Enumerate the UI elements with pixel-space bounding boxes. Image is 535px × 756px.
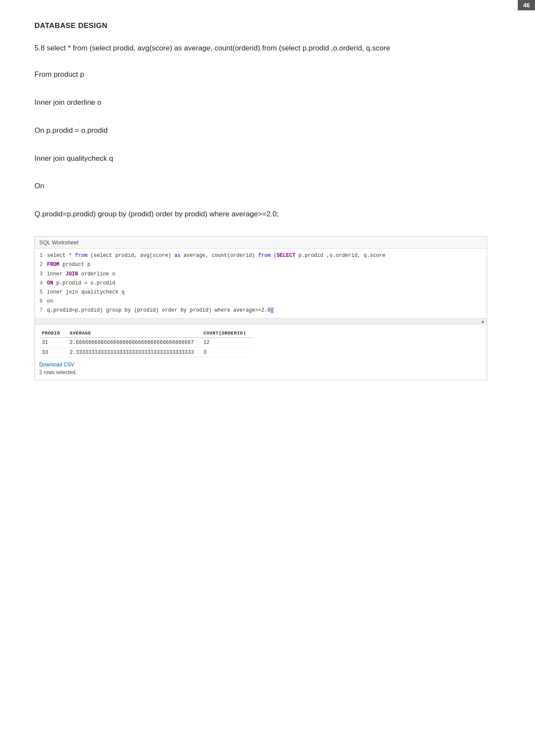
clause-group-by: Q.prodid=p.prodid) group by (prodid) ord… xyxy=(34,208,501,221)
line-number: 6 xyxy=(35,297,47,306)
code-line-3: 3 inner JOIN orderline o xyxy=(35,270,487,279)
line-text: FROM product p xyxy=(47,261,91,269)
col-header-count: COUNT(ORDERID) xyxy=(201,329,253,338)
code-line-5: 5 inner join qualitycheck q xyxy=(35,288,487,297)
code-line-7: 7 q.prodid=p.prodid) group by (prodid) o… xyxy=(35,306,487,315)
sql-code-area[interactable]: 1 select * from (select prodid, avg(scor… xyxy=(35,249,487,318)
code-scrollbar[interactable]: ▲ xyxy=(35,319,487,325)
line-text: on xyxy=(47,297,53,306)
code-line-6: 6 on xyxy=(35,297,487,306)
col-header-prodid: PRODID xyxy=(39,329,67,338)
col-header-average: AVERAGE xyxy=(67,329,201,338)
table-row: 33 2.33333333333333333333333333333333333… xyxy=(39,347,253,357)
cell-average: 2.33333333333333333333333333333333333333 xyxy=(67,347,201,357)
cell-average: 2.66666666666666666666666666666666666667 xyxy=(67,337,201,347)
clause-from-product: From product p xyxy=(34,69,501,81)
line-number: 3 xyxy=(35,270,47,278)
line-number: 1 xyxy=(35,252,47,260)
clause-on-prodid: On p.prodid = o.prodid xyxy=(34,125,501,137)
clause-on: On xyxy=(34,180,501,193)
line-text: q.prodid=p.prodid) group by (prodid) ord… xyxy=(47,306,274,315)
cell-prodid: 31 xyxy=(39,337,67,347)
clause-inner-join-orderline: Inner join orderline o xyxy=(34,97,501,109)
table-header-row: PRODID AVERAGE COUNT(ORDERID) xyxy=(39,329,253,338)
code-line-1: 1 select * from (select prodid, avg(scor… xyxy=(35,251,487,260)
code-line-2: 2 FROM product p xyxy=(35,260,487,269)
clause-inner-join-qualitycheck: Inner join qualitycheck q xyxy=(34,153,501,165)
line-number: 4 xyxy=(35,279,47,287)
line-text: inner JOIN orderline o xyxy=(47,270,115,278)
download-csv-link[interactable]: Download CSV xyxy=(39,362,74,368)
page-number: 46 xyxy=(518,0,535,10)
line-text: ON p.prodid = o.prodid xyxy=(47,279,115,287)
scroll-up-icon: ▲ xyxy=(481,319,485,324)
sql-worksheet-title: SQL Worksheet xyxy=(35,237,487,249)
line-number: 2 xyxy=(35,261,47,269)
results-area: PRODID AVERAGE COUNT(ORDERID) 31 2.66666… xyxy=(35,325,487,375)
section-title: DATABASE DESIGN xyxy=(34,22,501,30)
sql-worksheet: SQL Worksheet 1 select * from (select pr… xyxy=(34,236,487,380)
intro-text: 5.8 select * from (select prodid, avg(sc… xyxy=(34,42,501,55)
cell-count: 12 xyxy=(201,337,253,347)
code-line-4: 4 ON p.prodid = o.prodid xyxy=(35,279,487,288)
line-text: select * from (select prodid, avg(score)… xyxy=(47,252,385,260)
line-number: 5 xyxy=(35,288,47,297)
results-table: PRODID AVERAGE COUNT(ORDERID) 31 2.66666… xyxy=(39,329,253,358)
table-row: 31 2.66666666666666666666666666666666666… xyxy=(39,337,253,347)
rows-selected-label: 2 rows selected. xyxy=(39,369,482,375)
cell-prodid: 33 xyxy=(39,347,67,357)
line-number: 7 xyxy=(35,306,47,315)
cell-count: 3 xyxy=(201,347,253,357)
line-text: inner join qualitycheck q xyxy=(47,288,125,297)
